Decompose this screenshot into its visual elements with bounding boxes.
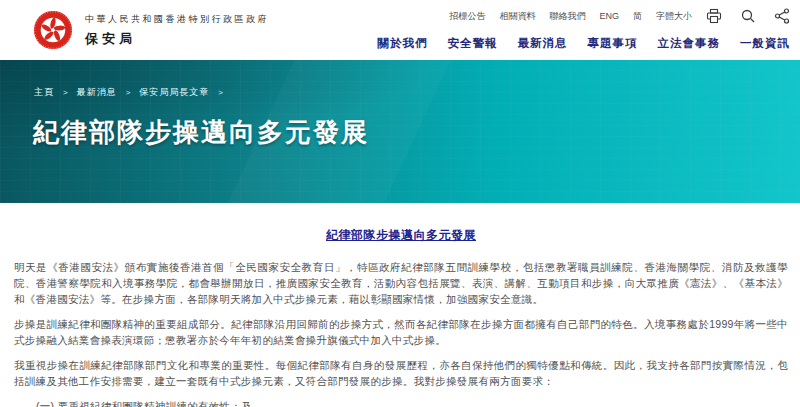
utility-links: 招標公告 相關資料 聯絡我們 ENG 简 字體大小 [449, 8, 790, 24]
utility-link-contact-us[interactable]: 聯絡我們 [549, 10, 585, 23]
hksar-emblem-icon [33, 10, 73, 50]
department-name: 保安局 [85, 30, 269, 48]
breadcrumb-latest-news[interactable]: 最新消息 [77, 86, 117, 99]
breadcrumb-separator: > [218, 88, 223, 97]
share-icon[interactable] [774, 8, 790, 24]
utility-link-english[interactable]: ENG [599, 11, 619, 21]
header-right: 招標公告 相關資料 聯絡我們 ENG 简 字體大小 [378, 8, 791, 51]
utility-link-simplified-chinese[interactable]: 简 [633, 10, 642, 23]
breadcrumb: 主頁 > 最新消息 > 保安局局長文章 > [0, 60, 800, 99]
page-banner: 主頁 > 最新消息 > 保安局局長文章 > 紀律部隊步操邁向多元發展 [0, 60, 800, 203]
main-content: 紀律部隊步操邁向多元發展 明天是《香港國安法》頒布實施後香港首個「全民國家安全教… [0, 203, 800, 407]
article-requirements-list: (一) 要重視紀律和團隊精神訓練的有效性；及 (二) 步操要表現出部隊的專業、威… [14, 398, 788, 407]
brand-text: 中華人民共和國香港特別行政區政府 保安局 [85, 13, 269, 48]
article-body: 明天是《香港國安法》頒布實施後香港首個「全民國家安全教育日」，特區政府紀律部隊五… [14, 259, 788, 407]
breadcrumb-secretary-articles[interactable]: 保安局局長文章 [139, 86, 209, 99]
article-paragraph: 明天是《香港國安法》頒布實施後香港首個「全民國家安全教育日」，特區政府紀律部隊五… [14, 259, 788, 307]
utility-link-tender-notices[interactable]: 招標公告 [449, 10, 485, 23]
nav-item-about-us[interactable]: 關於我們 [378, 36, 428, 51]
utility-link-related-info[interactable]: 相關資料 [499, 10, 535, 23]
print-icon-glyph [706, 8, 722, 24]
article-heading-link[interactable]: 紀律部隊步操邁向多元發展 [326, 228, 476, 242]
breadcrumb-separator: > [63, 88, 68, 97]
print-icon[interactable] [706, 8, 722, 24]
article-paragraph: 步操是訓練紀律和團隊精神的重要組成部分。紀律部隊沿用回歸前的步操方式，然而各紀律… [14, 316, 788, 348]
search-icon-glyph [740, 8, 756, 24]
nav-item-general-info[interactable]: 一般資訊 [740, 36, 790, 51]
site-header: 中華人民共和國香港特別行政區政府 保安局 招標公告 相關資料 聯絡我們 ENG … [0, 0, 800, 60]
page-title: 紀律部隊步操邁向多元發展 [33, 115, 800, 150]
list-item: (一) 要重視紀律和團隊精神訓練的有效性；及 [36, 398, 788, 407]
breadcrumb-separator: > [126, 88, 131, 97]
share-icon-glyph [774, 8, 790, 24]
article-paragraph: 我重視步操在訓練紀律部隊部門文化和專業的重要性。每個紀律部隊有自身的發展歷程，亦… [14, 357, 788, 389]
nav-item-latest-news[interactable]: 最新消息 [518, 36, 568, 51]
search-icon[interactable] [740, 8, 756, 24]
government-title: 中華人民共和國香港特別行政區政府 [85, 13, 269, 26]
nav-item-special-topics[interactable]: 專題事項 [588, 36, 638, 51]
brand-block[interactable]: 中華人民共和國香港特別行政區政府 保安局 [33, 10, 269, 50]
breadcrumb-home[interactable]: 主頁 [34, 86, 54, 99]
nav-item-security-alerts[interactable]: 安全警報 [448, 36, 498, 51]
main-navigation: 關於我們 安全警報 最新消息 專題事項 立法會事務 一般資訊 [378, 36, 791, 51]
utility-link-font-size[interactable]: 字體大小 [656, 10, 692, 23]
nav-item-legco-business[interactable]: 立法會事務 [658, 36, 721, 51]
